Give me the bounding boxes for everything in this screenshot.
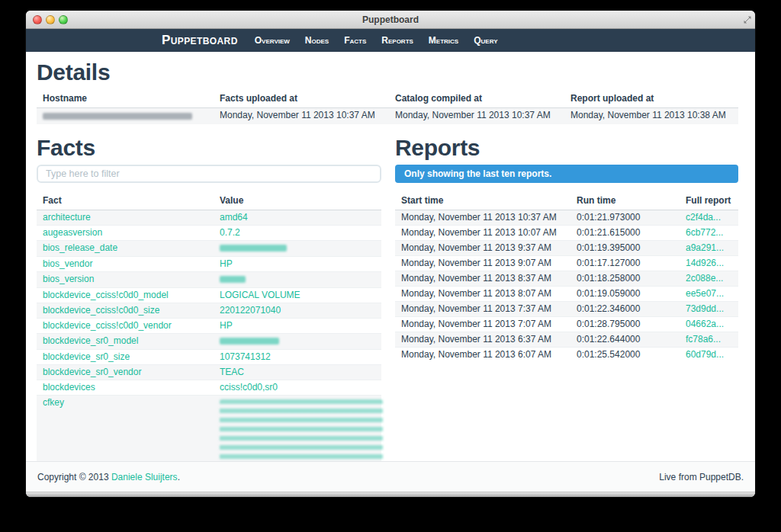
reports-info-alert: Only showing the last ten reports. — [395, 165, 738, 183]
nav-item-query[interactable]: Query — [466, 35, 505, 46]
details-section: Details Hostname Facts uploaded at Catal… — [37, 59, 738, 124]
fact-row: bios_version — [37, 272, 381, 288]
full-report-link[interactable]: ee5e07... — [686, 288, 724, 299]
details-col-facts-uploaded: Facts uploaded at — [214, 90, 389, 108]
reports-table-body: Monday, November 11 2013 10:37 AM0:01:21… — [395, 210, 738, 363]
fact-value: 0.7.2 — [220, 227, 240, 238]
fact-name-link[interactable]: blockdevice_cciss!c0d0_vendor — [43, 320, 172, 331]
report-start-time: Monday, November 11 2013 6:07 AM — [395, 348, 570, 363]
fact-name-link[interactable]: architecture — [43, 212, 91, 223]
fact-row: architectureamd64 — [37, 210, 381, 226]
report-start-time: Monday, November 11 2013 8:07 AM — [395, 287, 570, 302]
fact-name-link[interactable]: blockdevices — [43, 382, 95, 393]
author-link[interactable]: Daniele Sluijters — [111, 472, 178, 482]
report-start-time: Monday, November 11 2013 9:37 AM — [395, 241, 570, 256]
report-uploaded-value: Monday, November 11 2013 10:38 AM — [564, 108, 738, 125]
nav-item-facts[interactable]: Facts — [336, 35, 374, 46]
fact-value: 1073741312 — [220, 351, 271, 362]
full-report-link[interactable]: 60d79d... — [686, 349, 724, 360]
fact-name-link[interactable]: bios_version — [43, 274, 94, 284]
fact-name-link[interactable]: blockdevice_sr0_size — [43, 351, 130, 362]
nav-item-overview[interactable]: Overview — [247, 35, 297, 46]
fact-name-link[interactable]: blockdevice_sr0_vendor — [43, 367, 141, 377]
details-col-report-uploaded: Report uploaded at — [564, 90, 738, 108]
nav-item-metrics[interactable]: Metrics — [421, 35, 466, 46]
window-titlebar[interactable]: Puppetboard — [26, 11, 755, 29]
app-window: Puppetboard Puppetboard OverviewNodesFac… — [26, 11, 755, 497]
reports-section: Reports Only showing the last ten report… — [395, 135, 738, 461]
copyright-prefix: Copyright © 2013 — [37, 472, 111, 482]
report-row: Monday, November 11 2013 8:07 AM0:01:19.… — [395, 287, 738, 302]
window-bottom-bar — [26, 492, 755, 497]
facts-table: Fact Value architectureamd64augeasversio… — [37, 192, 381, 461]
fact-row: cfkey — [37, 396, 381, 462]
fact-name-link[interactable]: blockdevice_sr0_model — [43, 335, 138, 346]
report-row: Monday, November 11 2013 7:37 AM0:01:22.… — [395, 302, 738, 317]
redacted-value-block — [220, 399, 383, 461]
details-table: Hostname Facts uploaded at Catalog compi… — [37, 90, 738, 124]
report-run-time: 0:01:17.127000 — [570, 256, 680, 271]
navbar: Puppetboard OverviewNodesFactsReportsMet… — [26, 29, 755, 52]
report-start-time: Monday, November 11 2013 6:37 AM — [395, 332, 570, 348]
fact-row: augeasversion0.7.2 — [37, 226, 381, 241]
fact-value: cciss!c0d0,sr0 — [220, 382, 278, 393]
report-run-time: 0:01:22.644000 — [570, 332, 680, 348]
facts-heading: Facts — [37, 135, 381, 161]
full-report-link[interactable]: 6cb772... — [686, 227, 723, 238]
window-title: Puppetboard — [26, 11, 755, 28]
full-report-link[interactable]: c2f4da... — [686, 212, 721, 223]
fact-row: blockdevicescciss!c0d0,sr0 — [37, 380, 381, 396]
details-row: Monday, November 11 2013 10:37 AM Monday… — [37, 108, 738, 125]
report-row: Monday, November 11 2013 10:07 AM0:01:21… — [395, 226, 738, 241]
report-start-time: Monday, November 11 2013 8:37 AM — [395, 271, 570, 287]
fullscreen-icon[interactable] — [744, 16, 751, 24]
fact-name-link[interactable]: blockdevice_cciss!c0d0_model — [43, 290, 169, 300]
full-report-link[interactable]: 14d926... — [686, 258, 724, 268]
fact-name-link[interactable]: cfkey — [43, 397, 64, 408]
full-report-link[interactable]: a9a291... — [686, 242, 724, 253]
fact-value: 220122071040 — [220, 305, 281, 316]
report-run-time: 0:01:19.395000 — [570, 241, 680, 256]
redacted-value — [220, 276, 246, 283]
fact-row: blockdevice_sr0_size1073741312 — [37, 350, 381, 365]
nav-item-nodes[interactable]: Nodes — [297, 35, 336, 46]
fact-value: TEAC — [220, 367, 244, 377]
fact-name-link[interactable]: bios_vendor — [43, 258, 92, 269]
nav-item-reports[interactable]: Reports — [374, 35, 421, 46]
details-heading: Details — [37, 59, 738, 85]
fact-row: blockdevice_cciss!c0d0_vendorHP — [37, 319, 381, 334]
copyright-text: Copyright © 2013 Daniele Sluijters. — [37, 472, 180, 482]
full-report-link[interactable]: 04662a... — [686, 319, 724, 329]
fact-name-link[interactable]: blockdevice_cciss!c0d0_size — [43, 305, 159, 316]
details-col-hostname: Hostname — [37, 90, 214, 108]
fact-name-link[interactable]: bios_release_date — [43, 242, 117, 253]
catalog-compiled-value: Monday, November 11 2013 10:37 AM — [389, 108, 564, 125]
reports-heading: Reports — [395, 135, 738, 161]
fact-value: HP — [220, 258, 233, 269]
report-start-time: Monday, November 11 2013 9:07 AM — [395, 256, 570, 271]
fact-row: bios_vendorHP — [37, 257, 381, 272]
desktop-background: Puppetboard Puppetboard OverviewNodesFac… — [0, 0, 781, 532]
reports-col-start: Start time — [395, 192, 570, 210]
hostname-redacted-value — [43, 113, 192, 120]
report-start-time: Monday, November 11 2013 7:07 AM — [395, 317, 570, 332]
facts-section: Facts Fact Value architectureamd64augeas… — [37, 135, 381, 461]
report-row: Monday, November 11 2013 8:37 AM0:01:18.… — [395, 271, 738, 287]
report-row: Monday, November 11 2013 10:37 AM0:01:21… — [395, 210, 738, 226]
full-report-link[interactable]: 2c088e... — [686, 273, 723, 284]
full-report-link[interactable]: fc78a6... — [686, 334, 721, 345]
reports-col-fullreport: Full report — [680, 192, 738, 210]
facts-filter-input[interactable] — [37, 165, 381, 183]
report-start-time: Monday, November 11 2013 10:07 AM — [395, 226, 570, 241]
reports-table: Start time Run time Full report Monday, … — [395, 192, 738, 362]
copyright-suffix: . — [178, 472, 180, 482]
puppetdb-status-text: Live from PuppetDB. — [659, 472, 744, 482]
report-run-time: 0:01:22.346000 — [570, 302, 680, 317]
report-start-time: Monday, November 11 2013 7:37 AM — [395, 302, 570, 317]
report-run-time: 0:01:25.542000 — [570, 348, 680, 363]
fact-value: LOGICAL VOLUME — [220, 290, 301, 300]
navbar-brand[interactable]: Puppetboard — [162, 33, 238, 48]
report-row: Monday, November 11 2013 6:37 AM0:01:22.… — [395, 332, 738, 348]
full-report-link[interactable]: 73d9dd... — [686, 303, 724, 314]
fact-name-link[interactable]: augeasversion — [43, 227, 102, 238]
